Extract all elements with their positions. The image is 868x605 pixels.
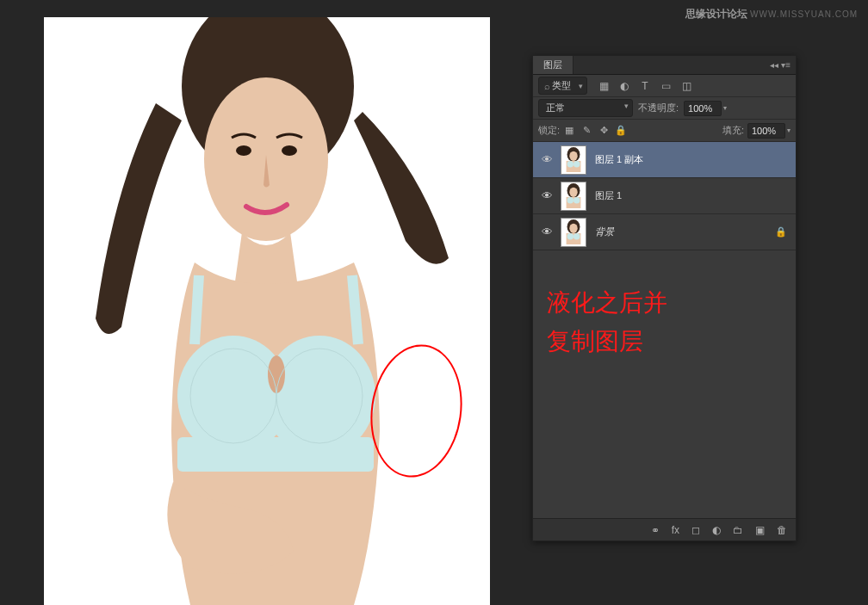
filter-kind-dropdown[interactable]: 类型 (538, 77, 587, 95)
annotation-line1: 液化之后并 (547, 284, 667, 323)
layer-row[interactable]: 👁 图层 1 (533, 178, 796, 214)
layer-thumbnail[interactable] (561, 182, 586, 211)
adjustment-layer-icon[interactable]: ◐ (712, 524, 721, 536)
svg-point-28 (574, 232, 580, 238)
svg-point-13 (569, 151, 577, 160)
blend-mode-value: 正常 (546, 102, 565, 113)
panel-menu-icon[interactable]: ▾≡ (781, 60, 790, 70)
opacity-value[interactable]: 100% (684, 101, 722, 116)
filter-smartobject-icon[interactable]: ◫ (680, 80, 692, 92)
lock-transparency-icon[interactable]: ▦ (563, 125, 575, 136)
lock-label: 锁定: (538, 124, 560, 137)
link-layers-icon[interactable]: ⚭ (651, 524, 660, 536)
layer-style-icon[interactable]: fx (672, 524, 679, 536)
opacity-input-wrap[interactable]: 100% (684, 101, 727, 116)
lock-position-icon[interactable]: ✥ (598, 125, 610, 136)
opacity-label: 不透明度: (638, 102, 679, 114)
layers-list: 👁 图层 1 副本 👁 图层 1 👁 背景 🔒 (533, 142, 796, 250)
visibility-toggle[interactable]: 👁 (533, 189, 561, 202)
lock-pixels-icon[interactable]: ✎ (580, 125, 592, 136)
document-canvas[interactable] (44, 17, 490, 605)
layer-group-icon[interactable]: 🗀 (733, 524, 743, 536)
watermark: 思缘设计论坛 WWW.MISSYUAN.COM (685, 7, 858, 22)
lock-fill-row: 锁定: ▦ ✎ ✥ 🔒 填充: 100% (533, 120, 796, 142)
svg-point-19 (569, 187, 577, 196)
svg-rect-7 (177, 437, 374, 472)
lock-icons: ▦ ✎ ✥ 🔒 (563, 125, 627, 136)
layer-thumbnail[interactable] (561, 218, 586, 247)
layer-name[interactable]: 背景 (595, 225, 775, 238)
svg-point-21 (567, 196, 574, 202)
annotation-line2: 复制图层 (547, 323, 667, 361)
svg-point-8 (268, 355, 285, 393)
lock-indicator-icon: 🔒 (775, 226, 787, 238)
panel-collapse-icon[interactable]: ◂◂ (770, 60, 778, 70)
blend-mode-dropdown[interactable]: 正常 (538, 99, 633, 117)
eye-icon: 👁 (542, 225, 553, 238)
panel-footer: ⚭ fx ◻ ◐ 🗀 ▣ 🗑 (533, 518, 796, 540)
fill-input-wrap[interactable]: 100% (747, 123, 790, 139)
watermark-url: WWW.MISSYUAN.COM (750, 9, 858, 19)
svg-point-16 (574, 160, 580, 166)
layer-filter-row: 类型 ▦ ◐ T ▭ ◫ (533, 75, 796, 97)
watermark-brand: 思缘设计论坛 (685, 8, 747, 20)
fill-label: 填充: (722, 124, 744, 137)
layer-mask-icon[interactable]: ◻ (691, 524, 700, 536)
filter-kind-label: 类型 (552, 79, 571, 92)
filter-icons: ▦ ◐ T ▭ ◫ (598, 80, 692, 92)
canvas-image (44, 17, 490, 605)
eye-icon: 👁 (542, 189, 553, 202)
panel-tab-bar: 图层 ◂◂ ▾≡ (533, 56, 796, 75)
svg-point-25 (569, 223, 577, 232)
annotation-text: 液化之后并 复制图层 (547, 284, 667, 361)
svg-point-27 (567, 232, 574, 238)
fill-value[interactable]: 100% (747, 123, 785, 139)
svg-point-22 (574, 196, 580, 202)
delete-layer-icon[interactable]: 🗑 (777, 524, 787, 536)
filter-shape-icon[interactable]: ▭ (660, 80, 672, 92)
filter-type-icon[interactable]: T (639, 80, 651, 92)
lock-all-icon[interactable]: 🔒 (615, 125, 627, 136)
svg-point-4 (282, 145, 297, 156)
layer-name[interactable]: 图层 1 副本 (595, 153, 796, 166)
layer-row[interactable]: 👁 图层 1 副本 (533, 142, 796, 178)
svg-point-15 (567, 160, 574, 166)
new-layer-icon[interactable]: ▣ (755, 524, 765, 536)
visibility-toggle[interactable]: 👁 (533, 225, 561, 238)
layer-thumbnail[interactable] (561, 145, 586, 175)
layers-tab[interactable]: 图层 (533, 56, 574, 74)
blend-opacity-row: 正常 不透明度: 100% (533, 97, 796, 120)
visibility-toggle[interactable]: 👁 (533, 153, 561, 166)
svg-point-3 (236, 145, 251, 156)
filter-pixel-icon[interactable]: ▦ (598, 80, 610, 92)
layer-row[interactable]: 👁 背景 🔒 (533, 214, 796, 250)
layer-name[interactable]: 图层 1 (595, 189, 796, 202)
filter-adjustment-icon[interactable]: ◐ (618, 80, 630, 92)
eye-icon: 👁 (542, 153, 553, 166)
